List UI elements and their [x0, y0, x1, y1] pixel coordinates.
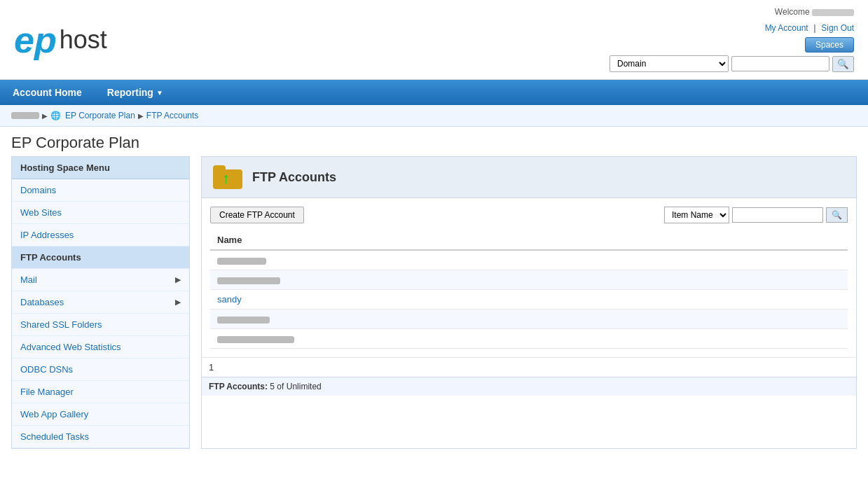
- header-right: Welcome My Account | Sign Out Spaces Dom…: [609, 7, 854, 72]
- table-cell-name: sandy: [210, 290, 848, 310]
- breadcrumb-ftp-accounts[interactable]: FTP Accounts: [146, 111, 198, 120]
- sidebar: Hosting Space Menu Domains Web Sites IP …: [11, 156, 190, 449]
- breadcrumb-sep-1: ▶: [42, 112, 48, 120]
- ftp-search-button[interactable]: 🔍: [826, 207, 848, 223]
- sidebar-item-ftp-accounts[interactable]: FTP Accounts: [12, 246, 189, 269]
- table-cell-name: [210, 250, 848, 270]
- welcome-text: Welcome: [609, 7, 854, 17]
- sidebar-item-label-ip-addresses: IP Addresses: [20, 230, 74, 240]
- sidebar-item-label-ftp-accounts: FTP Accounts: [20, 252, 81, 263]
- nav-account-home-label: Account Home: [13, 87, 82, 98]
- spaces-section: Spaces Domain 🔍: [609, 37, 854, 72]
- breadcrumb-ep-corporate-plan[interactable]: EP Corporate Plan: [65, 111, 135, 120]
- create-ftp-account-button[interactable]: Create FTP Account: [210, 207, 304, 223]
- ftp-search-controls: Item Name 🔍: [664, 207, 848, 223]
- sidebar-item-web-sites[interactable]: Web Sites: [12, 202, 189, 224]
- sidebar-item-label-web-sites: Web Sites: [20, 207, 62, 218]
- nav-account-home[interactable]: Account Home: [0, 80, 95, 105]
- spaces-search-input[interactable]: [731, 56, 829, 71]
- header-links: My Account | Sign Out: [609, 22, 854, 33]
- sidebar-item-label-odbc-dsns: ODBC DSNs: [20, 364, 73, 375]
- spaces-button[interactable]: Spaces: [805, 37, 854, 53]
- sidebar-item-shared-ssl-folders[interactable]: Shared SSL Folders: [12, 314, 189, 336]
- breadcrumb: ▶ 🌐 EP Corporate Plan ▶ FTP Accounts: [0, 105, 868, 127]
- sidebar-item-ip-addresses[interactable]: IP Addresses: [12, 224, 189, 246]
- ftp-accounts-table: Name sa: [210, 230, 848, 349]
- sidebar-item-advanced-web-statistics[interactable]: Advanced Web Statistics: [12, 336, 189, 359]
- table-row: [210, 310, 848, 329]
- logo-ep: ep: [14, 22, 57, 58]
- blurred-name-4: [217, 317, 270, 324]
- welcome-label: Welcome: [775, 7, 810, 17]
- sidebar-item-label-databases: Databases: [20, 297, 64, 307]
- main-layout: Hosting Space Menu Domains Web Sites IP …: [0, 156, 868, 460]
- sidebar-item-label-file-manager: File Manager: [20, 387, 74, 397]
- table-cell-name: [210, 329, 848, 349]
- sidebar-item-web-app-gallery[interactable]: Web App Gallery: [12, 403, 189, 426]
- sidebar-item-label-domains: Domains: [20, 185, 56, 195]
- ftp-panel-toolbar: Create FTP Account Item Name 🔍: [210, 207, 848, 223]
- breadcrumb-globe-icon: 🌐: [50, 111, 61, 120]
- blurred-name-5: [217, 336, 294, 343]
- item-name-select[interactable]: Item Name: [664, 207, 729, 223]
- sidebar-item-mail-arrow: ▶: [175, 275, 181, 284]
- footer-value: 5 of Unlimited: [270, 382, 321, 391]
- sidebar-item-label-scheduled-tasks: Scheduled Tasks: [20, 431, 89, 442]
- sidebar-item-label-web-app-gallery: Web App Gallery: [20, 409, 88, 419]
- sidebar-item-domains[interactable]: Domains: [12, 179, 189, 202]
- ftp-panel-footer: FTP Accounts: 5 of Unlimited: [202, 377, 856, 396]
- breadcrumb-sep-2: ▶: [138, 112, 144, 120]
- sidebar-item-file-manager[interactable]: File Manager: [12, 381, 189, 403]
- table-row: [210, 270, 848, 290]
- folder-icon: ↑: [213, 165, 244, 189]
- sign-out-link[interactable]: Sign Out: [821, 23, 854, 33]
- sidebar-item-mail[interactable]: Mail ▶: [12, 269, 189, 291]
- pagination-number: 1: [209, 362, 214, 373]
- ftp-panel-title: FTP Accounts: [252, 170, 336, 185]
- domain-select[interactable]: Domain: [609, 55, 729, 72]
- table-row: [210, 329, 848, 349]
- navbar: Account Home Reporting ▼: [0, 80, 868, 105]
- sidebar-item-label-advanced-web-statistics: Advanced Web Statistics: [20, 342, 121, 352]
- table-cell-name: [210, 310, 848, 329]
- ftp-panel-header: ↑ FTP Accounts: [202, 157, 856, 198]
- logo-host: host: [60, 25, 107, 55]
- ftp-search-input[interactable]: [732, 207, 823, 223]
- my-account-link[interactable]: My Account: [765, 23, 808, 33]
- page-title: EP Corporate Plan: [0, 127, 868, 156]
- column-header-name: Name: [210, 230, 848, 250]
- sidebar-item-databases-arrow: ▶: [175, 298, 181, 307]
- link-sep: |: [813, 22, 815, 33]
- nav-reporting-label: Reporting: [107, 87, 153, 98]
- table-cell-name: [210, 270, 848, 290]
- breadcrumb-home[interactable]: [11, 112, 39, 119]
- reporting-dropdown-arrow: ▼: [156, 89, 163, 97]
- spaces-controls: Domain 🔍: [609, 55, 854, 72]
- sidebar-item-label-shared-ssl-folders: Shared SSL Folders: [20, 319, 102, 330]
- sidebar-header: Hosting Space Menu: [12, 157, 189, 179]
- page-header: ephost Welcome My Account | Sign Out Spa…: [0, 0, 868, 80]
- table-row: [210, 250, 848, 270]
- nav-reporting[interactable]: Reporting ▼: [95, 80, 176, 105]
- sidebar-item-label-mail: Mail: [20, 275, 37, 285]
- logo: ephost: [14, 22, 107, 58]
- content-panel: ↑ FTP Accounts Create FTP Account Item N…: [201, 156, 857, 449]
- sidebar-item-scheduled-tasks[interactable]: Scheduled Tasks: [12, 426, 189, 448]
- sidebar-item-databases[interactable]: Databases ▶: [12, 291, 189, 314]
- username-blurred: [812, 9, 854, 16]
- sidebar-item-odbc-dsns[interactable]: ODBC DSNs: [12, 359, 189, 381]
- ftp-pagination: 1: [202, 357, 856, 377]
- blurred-name-2: [217, 277, 280, 284]
- spaces-search-button[interactable]: 🔍: [832, 56, 854, 72]
- blurred-name-1: [217, 258, 266, 265]
- footer-label: FTP Accounts:: [209, 382, 268, 391]
- ftp-account-link-sandy[interactable]: sandy: [217, 294, 242, 305]
- ftp-panel-content: Create FTP Account Item Name 🔍 Name: [202, 198, 856, 357]
- table-row: sandy: [210, 290, 848, 310]
